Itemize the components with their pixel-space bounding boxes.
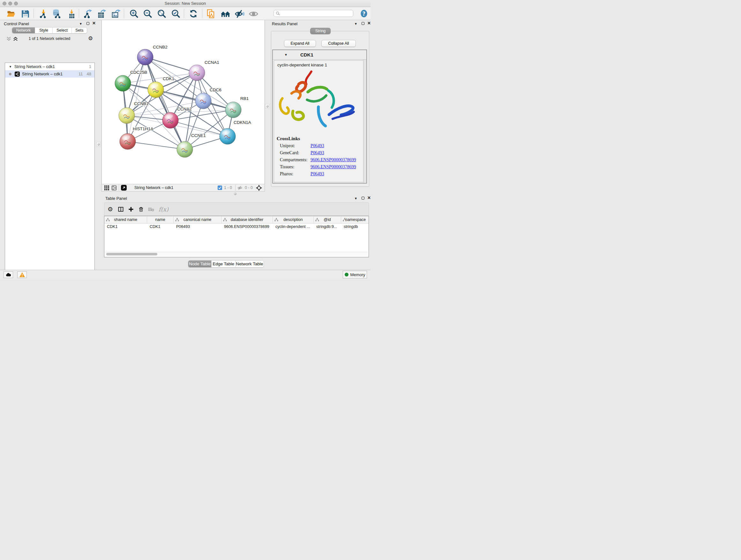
tree-expander-icon[interactable]: ▼ [9,65,12,68]
export-network-button[interactable] [83,9,93,19]
network-row[interactable]: String Network – cdk1 11 48 [5,70,94,78]
results-panel-title: Results Panel [272,21,297,26]
hide-selected-button[interactable] [234,9,245,19]
close-results-panel-icon[interactable]: ✕ [367,21,370,25]
cell-name[interactable]: CDK1 [147,224,174,230]
help-button[interactable]: ? [359,8,369,18]
node-label-CCNB2: CCNB2 [153,45,167,50]
column-header-name[interactable]: name [147,216,174,223]
protein-description: cyclin-dependent kinase 1 [274,61,363,67]
import-network-database-button[interactable] [52,9,62,19]
birds-eye-view-icon[interactable] [256,185,262,191]
node-table: shared name name canonical name database… [104,216,369,257]
close-table-panel-icon[interactable]: ✕ [367,195,370,200]
crosslink-compartments-link[interactable]: 9606.ENSP00000378699 [311,158,356,163]
create-column-plus-icon[interactable] [128,206,134,212]
node-label-CDK1: CDK1 [163,76,174,81]
zoom-out-button[interactable] [143,9,153,19]
collapse-results-panel-icon[interactable]: ▼ [354,22,357,25]
delete-column-trash-icon[interactable] [138,206,144,212]
import-network-file-button[interactable] [38,9,48,19]
table-horizontal-scrollbar[interactable] [105,252,368,256]
results-scrollbar[interactable] [363,60,366,183]
show-all-button[interactable] [248,9,259,19]
show-columns-icon[interactable] [118,206,124,212]
column-header-canonical-name[interactable]: canonical name [174,216,221,223]
horizontal-splitter-handle[interactable] [233,192,237,195]
network-graph[interactable]: CCNB2CCNA1CDC25BCDK1CDC6RB1CCNB1CCNA2CDK… [102,20,265,183]
export-table-button[interactable] [97,9,107,19]
table-row[interactable]: CDK1 CDK1 P06493 9606.ENSP00000378699 cy… [105,224,368,230]
vertical-splitter-handle-right[interactable] [265,104,269,108]
column-header-database-identifier[interactable]: database identifier [221,216,273,223]
cell-id[interactable]: stringdb:9... [314,224,341,230]
fit-content-button[interactable] [157,9,167,19]
cell-canonical-name[interactable]: P06493 [174,224,221,230]
float-table-panel-icon[interactable] [361,197,364,199]
float-results-panel-icon[interactable] [361,22,364,25]
collapse-panel-icon[interactable]: ▼ [79,22,82,25]
collapse-all-tree-icon[interactable] [13,37,18,41]
cell-shared-name[interactable]: CDK1 [105,224,147,230]
memory-button[interactable]: Memory [343,271,367,278]
cell-description[interactable]: cyclin-dependent ... [273,224,314,230]
scrollbar-thumb[interactable] [106,253,157,255]
collapse-protein-icon[interactable]: ▼ [284,53,287,57]
memory-label: Memory [350,272,365,277]
tab-network[interactable]: Network [12,27,35,33]
collapse-table-panel-icon[interactable]: ▼ [354,197,357,200]
network-view-title: String Network – cdk1 [134,186,173,190]
network-edge[interactable] [156,90,233,110]
zoom-in-button[interactable] [129,9,139,19]
column-header-shared-name[interactable]: shared name [105,216,147,223]
network-edge[interactable] [128,141,185,149]
network-view-mode-icon[interactable] [111,185,117,191]
import-table-file-button[interactable] [66,9,77,19]
tab-string[interactable]: String [310,28,331,34]
search-input[interactable] [280,11,353,16]
close-panel-icon[interactable]: ✕ [92,21,96,25]
cloud-sync-button[interactable] [3,271,13,278]
cell-database-identifier[interactable]: 9606.ENSP00000378699 [221,224,273,230]
crosslink-pharos-link[interactable]: P06493 [311,172,324,177]
first-neighbors-button[interactable] [220,9,230,19]
expand-all-tree-icon[interactable] [6,37,11,41]
column-header-description[interactable]: description [273,216,314,223]
column-header-id[interactable]: @id [314,216,341,223]
cell-namespace[interactable]: stringdb [341,224,369,230]
crosslink-tissues-link[interactable]: 9606.ENSP00000378699 [311,165,356,170]
grid-view-icon[interactable] [105,186,109,190]
float-panel-icon[interactable] [86,22,89,25]
export-image-button[interactable] [111,9,121,19]
crosslink-uniprot-link[interactable]: P06493 [311,143,324,148]
save-session-button[interactable] [20,9,30,19]
column-header-namespace[interactable]: namespace [341,216,369,223]
table-options-gear-icon[interactable]: ⚙ [108,206,113,212]
protein-card-header[interactable]: ▼ CDK1 [273,50,366,60]
selected-checkbox-icon[interactable] [218,186,222,190]
open-session-button[interactable] [6,9,16,19]
control-panel-tabs: Network Style Select Sets [12,27,87,34]
zoom-selected-button[interactable] [171,9,181,19]
network-options-gear-icon[interactable]: ⚙ [88,35,93,42]
tab-select[interactable]: Select [53,27,72,33]
clone-network-button[interactable] [205,9,216,19]
tab-network-table[interactable]: Network Table [235,260,264,267]
collapse-all-button[interactable]: Collapse All [321,40,356,47]
network-edge[interactable] [145,57,185,149]
search-field[interactable] [273,10,353,17]
tab-edge-table[interactable]: Edge Table [212,260,235,267]
network-canvas[interactable]: CCNB2CCNA1CDC25BCDK1CDC6RB1CCNB1CCNA2CDK… [102,20,265,184]
vertical-splitter-handle[interactable] [96,142,100,146]
network-collection-row[interactable]: ▼ String Network – cdk1 1 [5,63,94,70]
crosslink-label: Compartments: [280,158,311,163]
expand-all-button[interactable]: Expand All [284,40,316,47]
collection-name: String Network – cdk1 [14,64,89,69]
refresh-view-button[interactable] [188,9,199,19]
crosslink-genecard-link[interactable]: P06493 [311,150,324,155]
detach-view-icon[interactable] [121,185,127,191]
tab-node-table[interactable]: Node Table [188,260,212,267]
tab-style[interactable]: Style [35,27,53,33]
warnings-button[interactable] [17,271,27,278]
tab-sets[interactable]: Sets [72,27,87,33]
